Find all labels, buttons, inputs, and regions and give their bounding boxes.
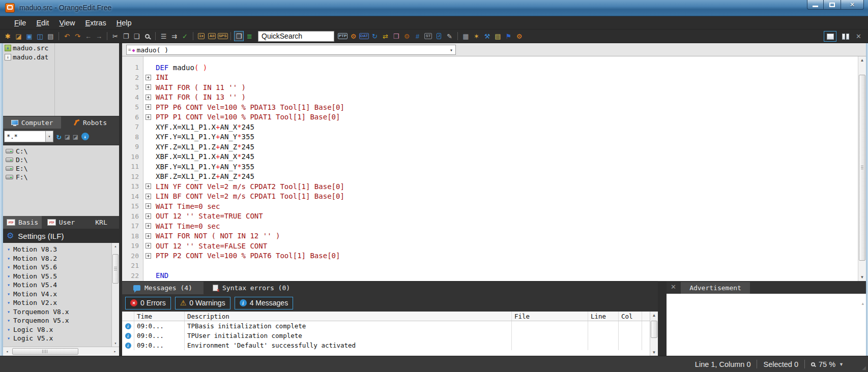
resize-grip[interactable]: ◢ (862, 365, 866, 370)
chevron-down-icon[interactable]: ▾ (7, 300, 10, 305)
code-line[interactable]: 10 XBF.X=XL1_P1.X+AN_X*245 (122, 152, 858, 162)
filter-button[interactable]: 4 Messages (235, 297, 293, 309)
advertisement-tab[interactable]: Advertisement (681, 282, 750, 294)
side-by-side-view-icon[interactable]: ❒ (234, 31, 244, 41)
code-line[interactable]: 7 XYF.X=XL1_P1.X+AN_X*245 (122, 122, 858, 132)
paste-icon[interactable]: ❑ (132, 31, 141, 41)
drive-item[interactable]: E:\ (3, 164, 119, 173)
scrollbar-thumb[interactable] (859, 75, 865, 261)
menu-item[interactable]: Edit (31, 18, 54, 28)
indent-right-icon[interactable]: ⇉ (169, 31, 179, 41)
fold-toggle-icon[interactable] (146, 104, 151, 110)
explorer-tab[interactable]: Robots (61, 116, 119, 129)
maximize-button[interactable] (824, 0, 841, 10)
scroll-left-icon[interactable]: ◂ (3, 347, 11, 356)
fold-all-icon[interactable]: All (207, 31, 217, 41)
toolbar-separator[interactable] (105, 31, 109, 41)
syntax-check-icon[interactable]: ✓ (180, 31, 190, 41)
package-icon[interactable]: ❒ (391, 31, 401, 41)
code-line[interactable]: 15 WAIT Time=0 sec (122, 201, 858, 211)
fold-toggle-icon[interactable] (146, 95, 151, 100)
code-line[interactable]: 22 END (122, 271, 858, 281)
chevron-down-icon[interactable]: ▾ (7, 282, 10, 288)
chevron-down-icon[interactable]: ▾ (7, 327, 10, 332)
chevron-down-icon[interactable]: ▼ (839, 362, 844, 367)
code-line[interactable]: 9 XYF.Z=XL1_P1.Z+AN_Z*245 (122, 142, 858, 152)
panel-splitter[interactable] (658, 281, 667, 356)
procedure-selector[interactable]: ≡ ◆ maduo( ) ▾ (126, 45, 456, 55)
settings-item[interactable]: ▾ Torquemon V5.x (3, 316, 119, 325)
titlebar[interactable]: maduo.src - OrangeEdit.Free ✕ (0, 0, 868, 16)
code-line[interactable]: 13 LIN YF CONT Vel=2 m/s CPDAT2 Tool[1] … (122, 181, 858, 192)
fold-toggle-icon[interactable] (146, 253, 151, 259)
single-pane-button[interactable] (824, 31, 836, 42)
fold-toggle-icon[interactable] (146, 114, 151, 120)
scroll-down-icon[interactable]: ▼ (650, 350, 658, 355)
code-line[interactable]: 6 PTP P1 CONT Vel=100 % PDAT1 Tool[1] Ba… (122, 112, 858, 122)
template-tab[interactable]: Basis (3, 216, 42, 229)
fold-toggle-icon[interactable] (146, 223, 151, 229)
table-row[interactable]: 09:0... TPUser initialization complete (122, 331, 650, 340)
toolbar-separator[interactable] (191, 31, 195, 41)
editor-scrollbar[interactable]: ▲ ▼ (858, 56, 866, 281)
zoom-control[interactable]: 75 % ▼ (811, 360, 844, 368)
code-line[interactable]: 14 LIN BF CONT Vel=2 m/s CPDAT1 Tool[1] … (122, 192, 858, 202)
code-line[interactable]: 2 INI (122, 73, 858, 83)
fold-sps-icon[interactable]: SPS (218, 31, 227, 41)
fold-toggle-icon[interactable] (146, 75, 151, 80)
chevron-down-icon[interactable]: ▾ (7, 318, 10, 323)
column-line[interactable]: Line (588, 312, 619, 321)
search-icon[interactable] (142, 31, 152, 41)
robot-doc-icon[interactable]: ⚙ (402, 31, 412, 41)
new-file-icon[interactable]: ✱ (3, 31, 13, 41)
quicksearch-input[interactable] (258, 31, 334, 42)
sidebar-horizontal-scrollbar[interactable]: ◂ ▸ (3, 347, 119, 356)
edit-doc-icon[interactable]: ✎ (445, 31, 454, 41)
close-pane-button[interactable]: ✕ (854, 33, 863, 40)
notes-icon[interactable]: ▤ (493, 31, 503, 41)
settings-item[interactable]: ▾ Motion V8.2 (3, 254, 119, 263)
format-indent-icon[interactable]: ☰ (159, 31, 168, 41)
code-line[interactable]: 1 DEF maduo( ) (122, 63, 858, 73)
chevron-down-icon[interactable]: ▾ (450, 47, 453, 53)
code-line[interactable]: 20 PTP P2 CONT Vel=100 % PDAT6 Tool[1] B… (122, 251, 858, 261)
document-view-icon[interactable]: ≣ (245, 31, 254, 41)
menu-item[interactable]: Help (111, 18, 137, 28)
menu-item[interactable]: Extras (80, 18, 111, 28)
toolbar-separator[interactable] (56, 31, 61, 41)
scrollbar-thumb[interactable] (12, 348, 78, 355)
code-line[interactable]: 19 OUT 12 '' State=FALSE CONT (122, 241, 858, 251)
settings-scrollbar[interactable]: ▴ ▾ (111, 243, 119, 347)
close-button[interactable]: ✕ (841, 0, 864, 10)
new-folder-icon[interactable]: ◪ (65, 132, 70, 141)
fold-toggle-icon[interactable] (146, 243, 151, 249)
scroll-up-icon[interactable]: ▲ (650, 313, 658, 318)
code-line[interactable]: 16 OUT 12 '' State=TRUE CONT (122, 211, 858, 222)
settings-item[interactable]: ▾ Torquemon V8.x (3, 307, 119, 317)
robot-program-icon[interactable]: ⚙ (349, 31, 358, 41)
messages-scrollbar[interactable]: ▲ ▼ (650, 312, 658, 356)
settings-item[interactable]: ▾ Motion V5.6 (3, 263, 119, 272)
code-line[interactable]: 8 XYF.Y=XL1_P1.Y+AN_Y*355 (122, 132, 858, 142)
st-file-icon[interactable]: ST (423, 31, 433, 41)
column-file[interactable]: File (512, 312, 588, 321)
file-item[interactable]: ↓ maduo.dat (3, 52, 119, 61)
structure-icon[interactable]: # (413, 31, 422, 41)
explorer-tab[interactable]: Computer (3, 116, 61, 129)
split-pane-button[interactable] (839, 31, 852, 42)
messages-tab[interactable]: Syntax errors (0) (204, 282, 299, 294)
column-description[interactable]: Description (185, 312, 512, 321)
code-area[interactable]: 1 DEF maduo( ) 2 INI 3 WAIT FOR ( IN 11 … (122, 56, 858, 281)
settings-item[interactable]: ▾ Motion V8.3 (3, 245, 119, 254)
open-file-icon[interactable]: ◪ (14, 31, 23, 41)
chevron-down-icon[interactable]: ▾ (7, 335, 10, 341)
calculator-icon[interactable]: ▦ (461, 31, 471, 41)
sync-icon[interactable]: ↻ (370, 31, 380, 41)
dat-file-icon[interactable]: DAT (359, 31, 369, 41)
column-col[interactable]: Col (619, 312, 642, 321)
code-line[interactable]: 17 WAIT Time=0 sec (122, 221, 858, 231)
drive-item[interactable]: C:\ (3, 147, 119, 156)
column-time[interactable]: Time (134, 312, 185, 321)
menu-item[interactable]: View (54, 18, 80, 28)
toolbar-separator[interactable] (455, 31, 460, 41)
